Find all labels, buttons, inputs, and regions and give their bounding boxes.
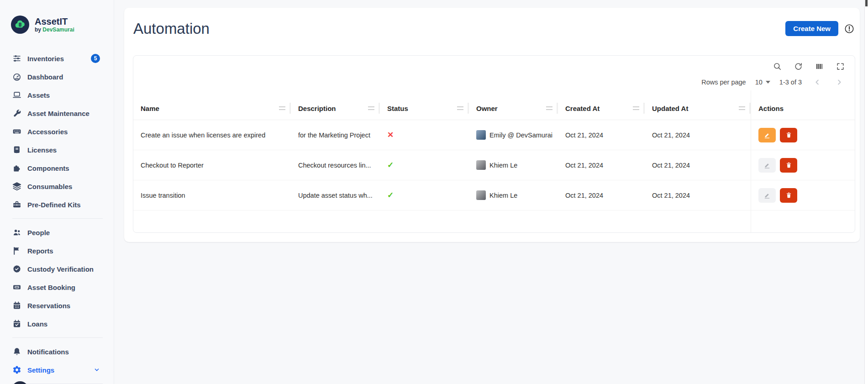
sidebar-item-accessories[interactable]: Accessories	[0, 122, 114, 141]
sidebar-item-notifications[interactable]: Notifications	[0, 342, 114, 361]
inventories-count-badge: 5	[91, 54, 100, 63]
sidebar-item-dashboard[interactable]: Dashboard	[0, 68, 114, 86]
owner-name: Emily @ DevSamurai	[489, 132, 552, 139]
column-resize-handle[interactable]	[279, 97, 291, 120]
previous-page-button[interactable]	[811, 76, 824, 89]
column-resize-handle[interactable]	[739, 97, 751, 120]
app-logo-icon	[11, 16, 29, 34]
sidebar-item-licenses[interactable]: Licenses	[0, 141, 114, 159]
sidebar-item-label: Reports	[27, 247, 53, 255]
chevron-down-icon	[94, 367, 100, 373]
people-icon	[12, 228, 21, 237]
sliders-icon	[12, 54, 21, 63]
cell-status: ✓	[380, 150, 469, 180]
cell-actions	[751, 120, 855, 150]
sidebar-item-loans[interactable]: Loans	[0, 315, 114, 333]
table-toolbar	[133, 56, 855, 74]
sidebar-item-custody-verification[interactable]: Custody Verification	[0, 260, 114, 278]
columns-icon[interactable]	[815, 62, 824, 71]
search-icon[interactable]	[773, 62, 782, 71]
column-header-created-at[interactable]: Created At	[558, 90, 645, 120]
sidebar-item-label: Accessories	[27, 128, 68, 136]
sidebar-item-label: Licenses	[27, 146, 57, 154]
edit-button[interactable]	[758, 188, 776, 203]
ticket-icon	[12, 283, 21, 292]
cell-created-at: Oct 21, 2024	[558, 120, 645, 150]
sidebar-item-pre-defined-kits[interactable]: Pre-Defined Kits	[0, 195, 114, 214]
page-size-select[interactable]: 10	[755, 79, 770, 86]
page-header: Automation Create New	[124, 8, 860, 55]
cell-description: Update asset status wh...	[291, 180, 380, 210]
delete-button[interactable]	[780, 158, 797, 173]
sidebar-item-settings[interactable]: Settings	[0, 361, 114, 379]
sidebar-item-reservations[interactable]: Reservations	[0, 296, 114, 315]
sidebar: AssetIT by DevSamurai Inventories 5 Dash…	[0, 0, 114, 384]
cell-description: Checkout resources lin...	[291, 150, 380, 180]
laptop-icon	[12, 90, 21, 100]
cell-actions	[751, 150, 855, 180]
edit-button[interactable]	[758, 158, 776, 173]
cell-name: Issue transition	[133, 180, 291, 210]
sidebar-item-label: Consumables	[27, 183, 72, 190]
edit-button[interactable]	[758, 128, 776, 142]
brand[interactable]: AssetIT by DevSamurai	[0, 0, 114, 37]
calendar-icon	[12, 301, 21, 310]
cell-status: ✓	[380, 180, 469, 210]
cell-name: Checkout to Reporter	[133, 150, 291, 180]
delete-button[interactable]	[780, 188, 797, 203]
owner-avatar	[476, 190, 486, 200]
cell-created-at: Oct 21, 2024	[558, 150, 645, 180]
layers-icon	[12, 182, 21, 191]
sidebar-item-label: Assets	[27, 91, 50, 99]
column-header-owner[interactable]: Owner	[469, 90, 558, 120]
keyboard-icon	[12, 127, 21, 136]
status-icon: ✓	[387, 190, 394, 200]
calendar-check-icon	[12, 319, 21, 328]
column-resize-handle[interactable]	[368, 97, 380, 120]
cell-owner: Khiem Le	[469, 150, 558, 180]
page-size-value: 10	[755, 79, 763, 86]
table-row[interactable]: Create an issue when licenses are expire…	[133, 120, 855, 150]
column-header-status[interactable]: Status	[380, 90, 469, 120]
sidebar-item-label: People	[27, 229, 50, 237]
column-header-updated-at[interactable]: Updated At	[645, 90, 751, 120]
sidebar-item-inventories[interactable]: Inventories 5	[0, 49, 114, 68]
column-resize-handle[interactable]	[546, 97, 558, 120]
gear-icon	[12, 365, 21, 374]
sidebar-item-asset-booking[interactable]: Asset Booking	[0, 278, 114, 296]
sidebar-item-consumables[interactable]: Consumables	[0, 177, 114, 195]
gauge-icon	[12, 72, 21, 81]
column-resize-handle[interactable]	[457, 97, 469, 120]
table-panel: Rows per page 10 1-3 of 3 Name Descripti…	[133, 55, 855, 233]
sidebar-item-label: Custody Verification	[27, 265, 94, 273]
scrollbar-thumb[interactable]	[865, 0, 868, 6]
sidebar-item-label: Inventories	[27, 55, 64, 63]
cell-status: ✕	[380, 120, 469, 150]
column-header-name[interactable]: Name	[133, 90, 291, 120]
next-page-button[interactable]	[833, 76, 846, 89]
table-row[interactable]: Issue transition Update asset status wh.…	[133, 180, 855, 210]
caret-down-icon	[766, 81, 770, 84]
sidebar-nav: Inventories 5 Dashboard Assets Asset Mai…	[0, 49, 114, 384]
delete-button[interactable]	[780, 128, 797, 142]
info-icon[interactable]	[844, 23, 855, 34]
column-header-actions: Actions	[751, 90, 855, 120]
cell-description: for the Marketing Project	[291, 120, 380, 150]
sidebar-item-assets[interactable]: Assets	[0, 86, 114, 104]
cell-updated-at: Oct 21, 2024	[645, 120, 751, 150]
fullscreen-icon[interactable]	[836, 62, 845, 71]
scrollbar-track[interactable]	[864, 0, 868, 384]
sidebar-item-components[interactable]: Components	[0, 159, 114, 177]
cell-owner: Khiem Le	[469, 180, 558, 210]
reload-icon[interactable]	[794, 62, 803, 71]
table-row[interactable]: Checkout to Reporter Checkout resources …	[133, 150, 855, 180]
sidebar-item-asset-maintenance[interactable]: Asset Maintenance	[0, 104, 114, 122]
column-resize-handle[interactable]	[633, 97, 645, 120]
cell-updated-at: Oct 21, 2024	[645, 180, 751, 210]
column-header-description[interactable]: Description	[291, 90, 380, 120]
create-new-button[interactable]: Create New	[785, 21, 838, 36]
rows-per-page-label: Rows per page	[701, 79, 746, 86]
sidebar-item-people[interactable]: People	[0, 223, 114, 242]
owner-avatar	[476, 130, 486, 140]
sidebar-item-reports[interactable]: Reports	[0, 242, 114, 260]
